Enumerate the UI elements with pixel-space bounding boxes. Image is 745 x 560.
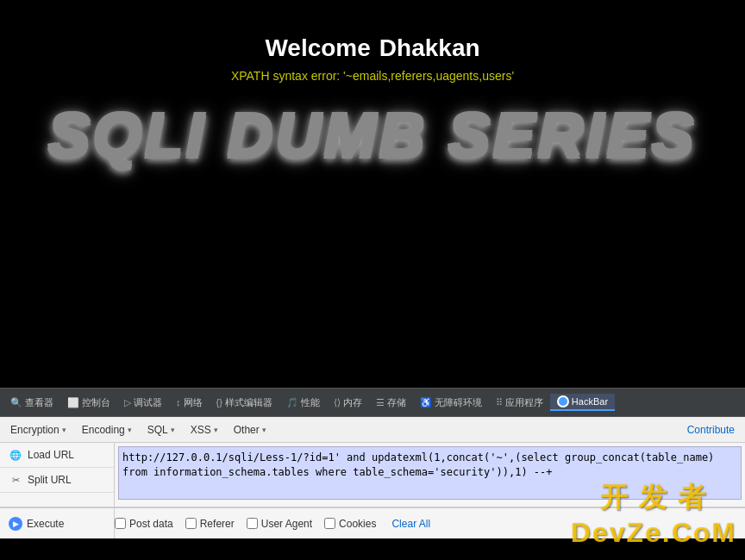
menu-encryption[interactable]: Encryption ▾ [3, 421, 73, 439]
devtools-tab-network[interactable]: ↕ 网络 [169, 395, 210, 411]
devtools-tab-console[interactable]: ⬜ 控制台 [60, 395, 117, 411]
menu-bar: Encryption ▾ Encoding ▾ SQL ▾ XSS ▾ Othe… [0, 417, 745, 443]
execute-label: Execute [27, 518, 64, 530]
performance-icon: 🎵 [286, 397, 298, 408]
devtools-tab-style-editor[interactable]: {} 样式编辑器 [210, 395, 279, 411]
devtools-tab-viewer[interactable]: 🔍 查看器 [3, 395, 60, 411]
other-arrow: ▾ [262, 426, 266, 434]
split-url-label: Split URL [28, 474, 72, 486]
page-title: SQLI DUMB SERIES [48, 100, 697, 171]
debugger-label: 调试器 [134, 396, 162, 409]
referer-checkbox[interactable] [185, 518, 197, 529]
performance-label: 性能 [301, 396, 320, 409]
url-input-area [115, 443, 745, 507]
sidebar-buttons: 🌐 Load URL ✂ Split URL [0, 443, 115, 507]
sql-label: SQL [147, 424, 168, 436]
post-data-checkbox[interactable] [115, 518, 126, 529]
application-icon: ⠿ [496, 397, 503, 408]
post-data-checkbox-item[interactable]: Post data [115, 518, 173, 530]
hackbar-icon [557, 395, 569, 408]
application-label: 应用程序 [505, 396, 543, 409]
post-data-label: Post data [129, 518, 173, 530]
load-url-label: Load URL [28, 449, 74, 461]
devtools-tab-hackbar[interactable]: HackBar [550, 394, 615, 411]
hackbar-label: HackBar [572, 396, 608, 407]
style-editor-icon: {} [216, 397, 222, 408]
menu-other[interactable]: Other ▾ [227, 421, 273, 439]
sql-arrow: ▾ [171, 426, 175, 434]
cookies-checkbox[interactable] [324, 518, 335, 529]
execute-section: ▶ Execute [0, 508, 115, 538]
referer-checkbox-item[interactable]: Referer [185, 518, 235, 530]
menu-xss[interactable]: XSS ▾ [184, 421, 225, 439]
devtools-bar: 🔍 查看器 ⬜ 控制台 ▷ 调试器 ↕ 网络 {} 样式编辑器 🎵 性能 ⟨⟩ … [0, 388, 745, 417]
console-icon: ⬜ [67, 397, 79, 408]
memory-label: 内存 [343, 396, 362, 409]
viewer-icon: 🔍 [10, 397, 22, 408]
referer-label: Referer [200, 518, 235, 530]
encoding-arrow: ▾ [128, 426, 132, 434]
cookies-label: Cookies [339, 518, 376, 530]
console-label: 控制台 [82, 396, 110, 409]
execute-button[interactable]: ▶ Execute [9, 517, 64, 531]
devtools-tab-performance[interactable]: 🎵 性能 [279, 395, 327, 411]
network-label: 网络 [184, 396, 203, 409]
network-icon: ↕ [176, 397, 181, 408]
storage-label: 存储 [387, 396, 406, 409]
xss-arrow: ▾ [214, 426, 218, 434]
execute-icon: ▶ [9, 517, 22, 531]
accessibility-icon: ♿ [420, 397, 432, 408]
welcome-label: Welcome [265, 34, 370, 62]
load-url-button[interactable]: 🌐 Load URL [0, 443, 114, 468]
devtools-tab-application[interactable]: ⠿ 应用程序 [489, 395, 550, 411]
storage-icon: ☰ [376, 397, 385, 408]
user-agent-checkbox-item[interactable]: User Agent [247, 518, 312, 530]
username-label: Dhakkan [379, 34, 480, 62]
url-panel: 🌐 Load URL ✂ Split URL [0, 443, 745, 507]
split-url-button[interactable]: ✂ Split URL [0, 468, 114, 493]
debugger-icon: ▷ [124, 397, 131, 408]
user-agent-label: User Agent [261, 518, 312, 530]
devtools-tab-storage[interactable]: ☰ 存储 [369, 395, 413, 411]
load-url-icon: 🌐 [9, 448, 22, 462]
main-content: Welcome Dhakkan XPATH syntax error: '~em… [0, 0, 745, 388]
encryption-arrow: ▾ [62, 426, 66, 434]
user-agent-checkbox[interactable] [247, 518, 258, 529]
menu-sql[interactable]: SQL ▾ [141, 421, 182, 439]
menu-encoding[interactable]: Encoding ▾ [75, 421, 139, 439]
encryption-label: Encryption [10, 424, 59, 436]
devtools-tab-memory[interactable]: ⟨⟩ 内存 [327, 395, 369, 411]
cookies-checkbox-item[interactable]: Cookies [324, 518, 376, 530]
devtools-tab-debugger[interactable]: ▷ 调试器 [117, 395, 169, 411]
viewer-label: 查看器 [25, 396, 53, 409]
contribute-link[interactable]: Contribute [680, 421, 742, 439]
devtools-tab-accessibility[interactable]: ♿ 无障碍环境 [413, 395, 489, 411]
accessibility-label: 无障碍环境 [435, 396, 482, 409]
split-url-icon: ✂ [9, 473, 22, 487]
checkbox-group: Post data Referer User Agent Cookies Cle… [115, 508, 745, 538]
encoding-label: Encoding [82, 424, 125, 436]
xss-label: XSS [191, 424, 211, 436]
bottom-bar: ▶ Execute Post data Referer User Agent C… [0, 507, 745, 538]
error-message: XPATH syntax error: '~emails,referers,ua… [231, 69, 514, 83]
memory-icon: ⟨⟩ [334, 397, 341, 408]
other-label: Other [234, 424, 260, 436]
style-editor-label: 样式编辑器 [225, 396, 272, 409]
clear-all-button[interactable]: Clear All [388, 516, 434, 532]
url-textarea[interactable] [118, 446, 742, 500]
